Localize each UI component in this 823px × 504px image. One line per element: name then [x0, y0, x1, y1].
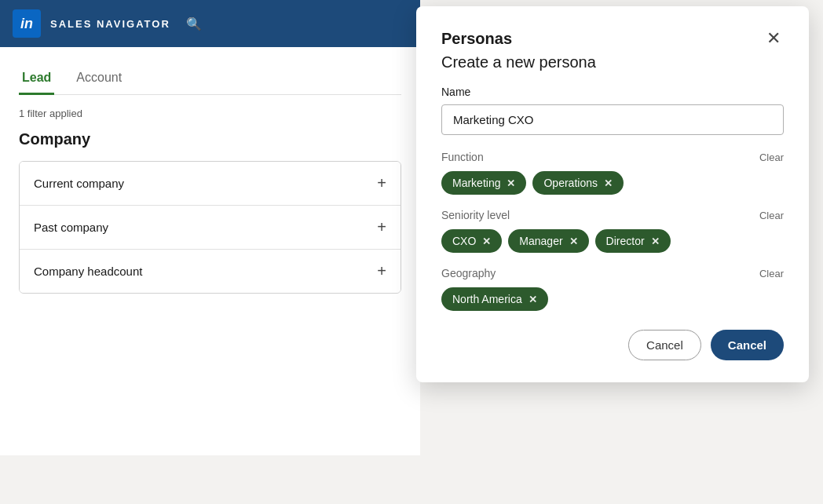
geography-tag-north-america-remove[interactable]: ✕ — [529, 294, 537, 305]
past-company-label: Past company — [34, 221, 108, 234]
geography-tag-north-america: North America ✕ — [441, 287, 548, 311]
current-company-item[interactable]: Current company + — [20, 162, 401, 206]
linkedin-logo: in — [13, 9, 41, 38]
company-section-title: Company — [19, 130, 401, 148]
function-tag-operations-remove[interactable]: ✕ — [604, 177, 613, 189]
nav-bar: in SALES NAVIGATOR 🔍 — [0, 0, 420, 47]
geography-section-row: Geography Clear — [441, 267, 784, 279]
personas-modal: Personas ✕ Create a new persona Name Fun… — [416, 6, 809, 382]
geography-tag-north-america-label: North America — [452, 293, 522, 305]
past-company-item[interactable]: Past company + — [20, 206, 401, 250]
modal-title: Personas — [441, 30, 512, 48]
persona-name-input[interactable] — [441, 104, 784, 135]
save-button[interactable]: Cancel — [711, 330, 784, 360]
tabs-container: Lead Account — [19, 63, 401, 95]
function-tag-marketing-remove[interactable]: ✕ — [507, 177, 515, 189]
modal-subtitle: Create a new persona — [441, 53, 784, 71]
seniority-tag-cxo: CXO ✕ — [441, 229, 502, 253]
seniority-label: Seniority level — [441, 209, 510, 221]
content-area: Lead Account 1 filter applied Company Cu… — [0, 47, 420, 455]
modal-header: Personas ✕ — [441, 28, 784, 49]
close-button[interactable]: ✕ — [763, 28, 784, 49]
filter-items-list: Current company + Past company + Company… — [19, 161, 401, 294]
function-label: Function — [441, 151, 484, 163]
seniority-section-row: Seniority level Clear — [441, 209, 784, 221]
search-icon[interactable]: 🔍 — [186, 16, 202, 31]
company-headcount-add-icon[interactable]: + — [377, 262, 386, 280]
function-tags: Marketing ✕ Operations ✕ — [441, 171, 784, 195]
left-panel: in SALES NAVIGATOR 🔍 Lead Account 1 filt… — [0, 0, 420, 504]
function-tag-operations-label: Operations — [543, 177, 597, 189]
current-company-label: Current company — [34, 177, 124, 190]
name-field-label: Name — [441, 86, 784, 98]
cancel-button[interactable]: Cancel — [628, 330, 701, 360]
seniority-tag-manager-label: Manager — [519, 235, 562, 247]
seniority-tag-director-remove[interactable]: ✕ — [651, 236, 660, 247]
company-headcount-item[interactable]: Company headcount + — [20, 250, 401, 293]
geography-label: Geography — [441, 267, 496, 279]
seniority-tag-cxo-remove[interactable]: ✕ — [482, 236, 491, 247]
function-tag-marketing: Marketing ✕ — [441, 171, 526, 195]
seniority-tag-director: Director ✕ — [595, 229, 671, 253]
geography-tags: North America ✕ — [441, 287, 784, 311]
tab-lead[interactable]: Lead — [19, 63, 54, 95]
modal-footer: Cancel Cancel — [441, 330, 784, 360]
seniority-tags: CXO ✕ Manager ✕ Director ✕ — [441, 229, 784, 253]
tab-account[interactable]: Account — [73, 63, 125, 95]
nav-title: SALES NAVIGATOR — [50, 18, 170, 30]
seniority-tag-manager: Manager ✕ — [508, 229, 588, 253]
seniority-tag-manager-remove[interactable]: ✕ — [569, 236, 578, 247]
function-tag-marketing-label: Marketing — [452, 177, 500, 189]
filter-applied-text: 1 filter applied — [19, 108, 401, 119]
seniority-clear-button[interactable]: Clear — [759, 210, 784, 221]
function-clear-button[interactable]: Clear — [759, 152, 784, 163]
function-tag-operations: Operations ✕ — [532, 171, 623, 195]
function-section-row: Function Clear — [441, 151, 784, 163]
current-company-add-icon[interactable]: + — [377, 174, 386, 192]
seniority-tag-director-label: Director — [606, 235, 645, 247]
seniority-tag-cxo-label: CXO — [452, 235, 476, 247]
geography-clear-button[interactable]: Clear — [759, 268, 784, 279]
company-headcount-label: Company headcount — [34, 265, 142, 278]
past-company-add-icon[interactable]: + — [377, 218, 386, 236]
